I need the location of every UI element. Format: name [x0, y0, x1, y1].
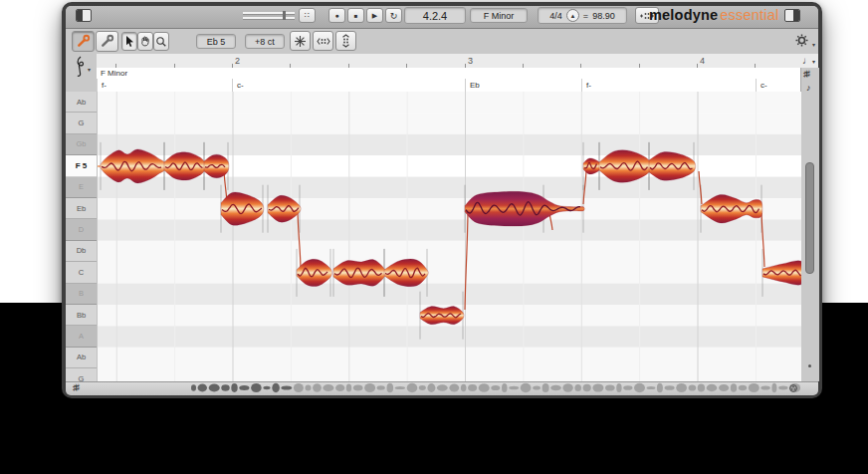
pitch-key-g[interactable]: G [66, 113, 97, 133]
song-position-display[interactable]: 4.2.4 [404, 7, 466, 24]
pitch-key-ab[interactable]: Ab [66, 348, 97, 368]
volume-slider[interactable] [243, 11, 295, 20]
zoom-tool-button[interactable] [153, 32, 169, 51]
pitch-key-db[interactable]: Db [66, 241, 97, 262]
chord-cell[interactable]: c- [756, 79, 800, 92]
pitch-macro-icon [294, 35, 307, 48]
main-tool-button[interactable] [72, 31, 95, 52]
vertical-shift-button[interactable] [335, 31, 356, 51]
correct-pitch-macro-button[interactable] [290, 31, 311, 51]
slider-options-button[interactable]: ∷ [299, 8, 316, 23]
play-icon: ▶ [372, 12, 377, 20]
sidebar-toggle-left[interactable] [76, 9, 92, 22]
vertical-scrollbar-thumb[interactable] [805, 162, 814, 274]
tempo-display[interactable]: 4/4 ▲ = 98.90 [538, 7, 627, 24]
tempo-equals: = [583, 11, 588, 21]
hand-tool-button[interactable] [137, 32, 153, 51]
pitch-key-gb[interactable]: Gb [66, 134, 97, 155]
note-pitch-display[interactable]: Eb 5 [196, 34, 236, 49]
bar-number: 2 [235, 56, 240, 66]
pitch-key-ab[interactable]: Ab [66, 92, 97, 113]
magnifier-icon [155, 36, 167, 48]
sidebar-toggle-right[interactable] [784, 9, 800, 22]
app-logo: melodyneessential [649, 7, 778, 23]
cycle-icon: ↻ [390, 11, 398, 21]
tempo-value: 98.90 [592, 11, 615, 21]
note-value-dropdown-icon: ▾ [812, 58, 815, 65]
pitch-key-e[interactable]: E [66, 177, 97, 198]
chord-track-icon[interactable]: ♪ [806, 83, 811, 93]
zoom-dot[interactable] [808, 364, 811, 367]
bar-number: 4 [700, 56, 705, 66]
vdots-icon: ∷ [305, 11, 310, 20]
note-blobs-canvas[interactable] [98, 92, 801, 381]
waveform-overview[interactable] [97, 381, 800, 394]
key-value: F Minor [484, 11, 515, 21]
note-snap-icon[interactable]: ♯♯ [73, 382, 78, 392]
pitch-key-bb[interactable]: Bb [66, 305, 97, 326]
clef-zone: ▾ [66, 54, 98, 92]
chord-cell[interactable]: f- [581, 79, 756, 92]
cycle-button[interactable]: ↻ [385, 8, 402, 23]
chord-cell[interactable]: f- [97, 79, 232, 92]
pitch-key-g[interactable]: G [66, 368, 97, 381]
settings-menu[interactable]: ▾ [795, 33, 815, 49]
scroll-zoom-icon[interactable] [788, 383, 798, 393]
sidebar-toggle-right-fill [793, 10, 799, 21]
vertical-arrows-icon [340, 34, 351, 48]
play-button[interactable]: ▶ [366, 8, 383, 23]
pointer-icon [124, 35, 135, 48]
song-position-value: 4.2.4 [423, 10, 447, 22]
metronome-icon[interactable]: ▲ [566, 9, 579, 22]
chord-track[interactable]: f-c-Ebf-c- [97, 79, 800, 93]
pitch-key-d[interactable]: D [66, 219, 97, 240]
volume-slider-handle[interactable] [283, 11, 286, 20]
key-track-label: F Minor [101, 69, 127, 78]
scale-snap-icon[interactable]: ♯♯ [803, 69, 808, 79]
note-value-zone[interactable]: ♩ ▾ [800, 54, 818, 69]
chord-cell[interactable]: c- [232, 79, 465, 92]
stop-button[interactable]: ■ [347, 8, 364, 23]
desktop-background: ∷ ● ■ ▶ ↻ 4.2.4 F Minor 4/4 ▲ = 98.90 me… [0, 0, 868, 474]
hand-icon [139, 35, 151, 48]
gear-dropdown-icon: ▾ [812, 41, 815, 48]
quarter-note-icon: ♩ [802, 55, 812, 66]
brand-name: melodyne [649, 7, 718, 23]
cent-offset-display[interactable]: +8 ct [245, 34, 285, 49]
pitch-key-f5[interactable]: F 5 [66, 155, 97, 176]
volume-slider-track-1 [243, 12, 295, 15]
pointer-tool-button[interactable] [121, 32, 137, 51]
bar-number: 3 [468, 56, 473, 66]
horizontal-arrows-icon [317, 36, 330, 47]
pitch-key-b[interactable]: B [66, 284, 97, 305]
time-signature-value: 4/4 [549, 11, 562, 21]
cent-offset-value: +8 ct [255, 37, 275, 47]
pitch-key-c[interactable]: C [66, 262, 97, 283]
clef-dropdown-icon[interactable]: ▾ [88, 66, 91, 73]
wrench-active-icon [76, 34, 91, 49]
brand-edition: essential [720, 7, 778, 23]
time-ruler[interactable]: 234 [97, 54, 800, 69]
note-pitch-value: Eb 5 [207, 37, 226, 47]
sidebar-toggle-left-fill [77, 10, 83, 21]
chord-cell[interactable]: Eb [465, 79, 581, 92]
secondary-tool-button[interactable] [96, 31, 118, 52]
pitch-key-eb[interactable]: Eb [66, 198, 97, 219]
stop-icon: ■ [354, 13, 358, 19]
tool-toolbar [66, 29, 818, 55]
pitch-ruler: AbGGbF 5EEbDDbCBBbAAbG [66, 92, 97, 381]
record-icon: ● [334, 12, 338, 19]
gear-icon [795, 34, 808, 47]
note-editor-area[interactable] [97, 92, 801, 381]
key-display[interactable]: F Minor [470, 8, 528, 23]
volume-slider-track-2 [243, 17, 295, 20]
pitch-key-a[interactable]: A [66, 326, 97, 347]
horizontal-shift-button[interactable] [313, 31, 333, 51]
record-button[interactable]: ● [328, 8, 345, 23]
wrench-icon [100, 34, 114, 49]
